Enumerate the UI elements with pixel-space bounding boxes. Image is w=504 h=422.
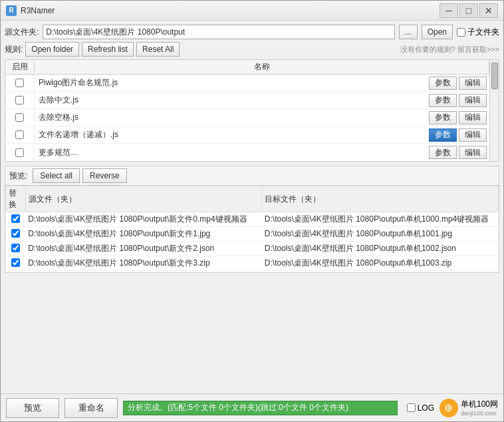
- rule-edit-0[interactable]: 编辑: [459, 77, 487, 90]
- minimize-button[interactable]: ─: [440, 3, 458, 18]
- app-icon: R: [6, 5, 17, 16]
- rule-check-3: [5, 126, 35, 143]
- title-bar: R R3Namer ─ □ ✕: [1, 1, 503, 21]
- open-folder-button[interactable]: Open folder: [25, 42, 79, 57]
- source-folder-row: 源文件夹: ... Open 子文件夹: [5, 25, 499, 39]
- col-header-target: 目标文件（夹）: [262, 186, 499, 212]
- rule-check-1: [5, 92, 35, 108]
- window-controls: ─ □ ✕: [440, 3, 498, 18]
- rule-name-4: 更多规范…: [35, 147, 429, 158]
- path-input[interactable]: [43, 25, 394, 39]
- rule-checkbox-4[interactable]: [15, 148, 24, 157]
- rule-params-3[interactable]: 参数: [429, 128, 457, 142]
- reset-all-button[interactable]: Reset All: [136, 42, 180, 57]
- subfolder-checkbox-label: 子文件夹: [457, 27, 499, 38]
- log-checkbox[interactable]: [407, 403, 416, 412]
- rule-actions-4: 参数 编辑: [429, 146, 489, 159]
- rule-name-1: 去除中文.js: [35, 95, 429, 106]
- watermark-text: 单机100网 danji100.com: [461, 399, 498, 417]
- status-bar: 分析完成。(匹配:5个文件 0个文件夹)(跳过:0个文件 0个文件夹): [123, 401, 398, 415]
- rule-name-0: Piwigo图片命名规范.js: [35, 77, 429, 89]
- rule-check-0: [5, 75, 35, 91]
- select-all-button[interactable]: Select all: [33, 168, 80, 183]
- rule-edit-2[interactable]: 编辑: [459, 111, 487, 124]
- row-check-4[interactable]: [6, 271, 26, 273]
- rename-button[interactable]: 重命名: [64, 398, 118, 418]
- rule-checkbox-0[interactable]: [15, 79, 24, 87]
- open-button[interactable]: Open: [422, 25, 453, 39]
- preview-section: 预览: Select all Reverse 替换 源文件（夹） 目标文件（夹）: [5, 166, 499, 273]
- rule-row: 去除中文.js 参数 编辑: [5, 92, 489, 109]
- col-header-source: 源文件（夹）: [25, 186, 262, 212]
- rules-scrollbar-thumb[interactable]: [491, 63, 498, 89]
- row-check-0[interactable]: [6, 212, 26, 227]
- hint-text: 没有你要的规则? 留言获取>>>: [400, 45, 499, 55]
- rule-row: 文件名递增（递减）.js 参数 编辑: [5, 126, 489, 144]
- rules-table-wrapper: 启用 名称 Piwigo图片命名规范.js 参数 编辑: [5, 59, 499, 162]
- rule-params-2[interactable]: 参数: [429, 111, 457, 124]
- rule-edit-4[interactable]: 编辑: [459, 146, 487, 159]
- rule-checkbox-3[interactable]: [15, 130, 24, 139]
- rules-label: 规则:: [5, 44, 23, 55]
- watermark: ⊕ 单机100网 danji100.com: [440, 399, 498, 417]
- preview-table-header-row: 替换 源文件（夹） 目标文件（夹）: [6, 186, 499, 212]
- maximize-button[interactable]: □: [459, 3, 478, 18]
- rule-name-3: 文件名递增（递减）.js: [35, 129, 429, 140]
- table-row: D:\tools\桌面\4K壁纸图片 1080P\output\新文件3.zip…: [6, 256, 499, 271]
- source-folder-label: 源文件夹:: [5, 27, 39, 38]
- toolbar-row: 规则: Open folder Refresh list Reset All 没…: [5, 42, 499, 57]
- row-target-2: D:\tools\桌面\4K壁纸图片 1080P\output\单机1002.j…: [262, 242, 499, 256]
- refresh-list-button[interactable]: Refresh list: [82, 42, 134, 57]
- header-name: 名称: [35, 61, 489, 73]
- rules-table-header: 启用 名称: [5, 60, 489, 75]
- subfolder-label: 子文件夹: [467, 27, 499, 38]
- row-checkbox-3[interactable]: [11, 258, 20, 267]
- row-check-2[interactable]: [6, 242, 26, 256]
- watermark-icon: ⊕: [440, 399, 458, 417]
- rule-edit-3[interactable]: 编辑: [459, 128, 487, 142]
- rule-row: 更多规范… 参数 编辑: [5, 144, 489, 161]
- row-source-2: D:\tools\桌面\4K壁纸图片 1080P\output\新文件2.jso…: [25, 242, 262, 256]
- table-row: D:\tools\桌面\4K壁纸图片 1080P\output\新文件1.jpg…: [6, 227, 499, 242]
- bottom-bar: 预览 重命名 分析完成。(匹配:5个文件 0个文件夹)(跳过:0个文件 0个文件…: [1, 393, 503, 421]
- row-check-3[interactable]: [6, 256, 26, 271]
- preview-button[interactable]: 预览: [6, 398, 59, 418]
- rule-actions-2: 参数 编辑: [429, 111, 489, 124]
- preview-header: 预览: Select all Reverse: [5, 166, 499, 186]
- header-enable: 启用: [5, 61, 35, 73]
- col-header-check: 替换: [6, 186, 26, 212]
- preview-label: 预览:: [9, 170, 27, 182]
- rule-checkbox-2[interactable]: [15, 113, 24, 122]
- row-checkbox-2[interactable]: [11, 244, 20, 252]
- rule-row: Piwigo图片命名规范.js 参数 编辑: [5, 75, 489, 92]
- preview-table: 替换 源文件（夹） 目标文件（夹） D:\tools\桌面\4K壁纸图片 108…: [5, 186, 499, 272]
- rules-table-body: Piwigo图片命名规范.js 参数 编辑 去除中文.js 参数: [5, 75, 489, 161]
- rule-actions-1: 参数 编辑: [429, 94, 489, 107]
- row-source-1: D:\tools\桌面\4K壁纸图片 1080P\output\新文件1.jpg: [25, 227, 262, 242]
- row-source-0: D:\tools\桌面\4K壁纸图片 1080P\output\新文件0.mp4…: [25, 212, 262, 227]
- preview-table-body: 替换 源文件（夹） 目标文件（夹） D:\tools\桌面\4K壁纸图片 108…: [5, 186, 499, 272]
- row-target-4: D:\tools\桌面\4K壁纸图片 1080P\output\单机1004.p…: [262, 271, 499, 273]
- browse-button[interactable]: ...: [399, 25, 418, 39]
- row-checkbox-1[interactable]: [11, 229, 20, 238]
- row-target-0: D:\tools\桌面\4K壁纸图片 1080P\output\单机1000.m…: [262, 212, 499, 227]
- rule-checkbox-1[interactable]: [15, 96, 24, 105]
- main-window: R R3Namer ─ □ ✕ 源文件夹: ... Open 子文件夹 规则: …: [0, 0, 504, 422]
- reverse-button[interactable]: Reverse: [82, 168, 127, 183]
- rule-params-0[interactable]: 参数: [429, 77, 457, 90]
- row-target-3: D:\tools\桌面\4K壁纸图片 1080P\output\单机1003.z…: [262, 256, 499, 271]
- rule-check-2: [5, 109, 35, 126]
- row-source-3: D:\tools\桌面\4K壁纸图片 1080P\output\新文件3.zip: [25, 256, 262, 271]
- rules-scrollbar[interactable]: [489, 60, 499, 161]
- close-button[interactable]: ✕: [479, 3, 498, 18]
- rule-edit-1[interactable]: 编辑: [459, 94, 487, 107]
- rule-name-2: 去除空格.js: [35, 112, 429, 123]
- row-checkbox-0[interactable]: [11, 214, 20, 223]
- rule-params-4[interactable]: 参数: [429, 146, 457, 159]
- rule-params-1[interactable]: 参数: [429, 94, 457, 107]
- rule-actions-3: 参数 编辑: [429, 128, 489, 142]
- log-label: LOG: [418, 403, 434, 413]
- rule-actions-0: 参数 编辑: [429, 77, 489, 90]
- subfolder-checkbox[interactable]: [457, 28, 465, 37]
- row-check-1[interactable]: [6, 227, 26, 242]
